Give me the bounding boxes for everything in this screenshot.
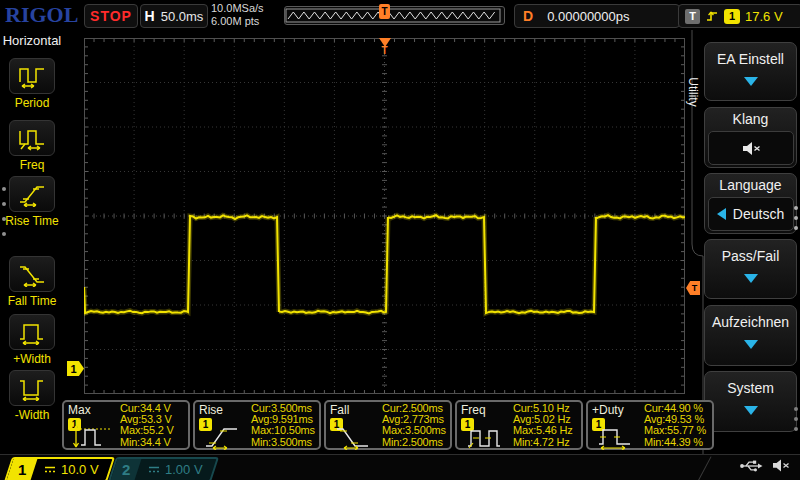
menu-button-klang[interactable]: Klang bbox=[704, 107, 797, 168]
status-icons bbox=[739, 458, 790, 473]
fall-time-icon bbox=[17, 261, 47, 287]
page-dot bbox=[794, 216, 798, 220]
menu-tab-utility: Utility bbox=[684, 52, 702, 132]
sidebar-item-period[interactable]: Period bbox=[0, 58, 64, 110]
fall-time-button[interactable] bbox=[9, 256, 55, 292]
menu-button-label: EA Einstell bbox=[717, 51, 784, 67]
freq-button[interactable] bbox=[9, 120, 55, 156]
sidebar-item-label: Rise Time bbox=[5, 214, 58, 228]
row-label: Min: bbox=[513, 436, 533, 448]
horizontal-label: H bbox=[145, 8, 155, 24]
avg-value: 9.591ms bbox=[272, 413, 313, 425]
row-label: Max: bbox=[644, 424, 667, 436]
measurement-name: Rise bbox=[199, 403, 223, 417]
rise-time-icon bbox=[17, 181, 47, 207]
page-dot bbox=[2, 202, 6, 206]
dc-coupling-icon bbox=[148, 465, 160, 474]
channel1-ground-marker[interactable]: 1 bbox=[67, 361, 84, 376]
period-button[interactable] bbox=[9, 58, 55, 94]
menu-button-label: Klang bbox=[733, 111, 769, 127]
max-value: 55.77 % bbox=[667, 424, 706, 436]
acquisition-info: 10.0MSa/s 6.00M pts bbox=[211, 2, 264, 28]
measurement-box-fall: Fall 1 Cur:2.500ms Avg:2.773ms Max:3.500… bbox=[324, 400, 452, 450]
minus-width-button[interactable] bbox=[9, 370, 55, 406]
sound-toggle-button[interactable] bbox=[708, 131, 794, 165]
min-value: 34.4 V bbox=[140, 436, 171, 448]
max-measurement-icon bbox=[70, 422, 116, 450]
sidebar-item-fall-time[interactable]: Fall Time bbox=[0, 256, 64, 308]
sidebar-item-label: +Width bbox=[13, 352, 51, 366]
row-label: Cur: bbox=[513, 402, 533, 414]
row-label: Cur: bbox=[644, 402, 664, 414]
delay-box: D 0.00000000ps bbox=[514, 4, 680, 28]
measurement-name: +Duty bbox=[592, 403, 624, 417]
sidebar-item-freq[interactable]: Freq bbox=[0, 120, 64, 172]
memory-waveform-preview bbox=[285, 8, 502, 23]
sidebar-item-label: Freq bbox=[20, 158, 45, 172]
menu-button-language[interactable]: Language Deutsch bbox=[704, 173, 797, 234]
measurement-values: Cur:44.90 % Avg:49.53 % Max:55.77 % Min:… bbox=[644, 403, 706, 448]
plus-width-icon bbox=[17, 319, 47, 345]
menu-button-aufzeichnen[interactable]: Aufzeichnen bbox=[704, 305, 797, 366]
measurement-values: Cur:2.500ms Avg:2.773ms Max:3.500ms Min:… bbox=[382, 403, 446, 448]
sidebar-item-rise-time[interactable]: Rise Time bbox=[0, 176, 64, 228]
channel2-chip[interactable]: 2 1.00 V bbox=[108, 457, 219, 480]
memory-depth: 6.00M pts bbox=[211, 15, 264, 28]
trigger-info-box: T 1 17.6 V bbox=[678, 4, 800, 28]
min-value: 2.500ms bbox=[402, 436, 443, 448]
chevron-down-icon bbox=[744, 77, 758, 86]
page-dot bbox=[2, 232, 6, 236]
rise-time-button[interactable] bbox=[9, 176, 55, 212]
measurement-box-max: Max 1 Cur:34.4 V Avg:53.3 V Max:55.2 V M… bbox=[62, 400, 190, 450]
row-label: Avg: bbox=[120, 413, 141, 425]
language-selector[interactable]: Deutsch bbox=[708, 197, 794, 231]
chevron-left-icon bbox=[717, 208, 726, 220]
cur-value: 5.10 Hz bbox=[533, 402, 570, 414]
sidebar-item-minus-width[interactable]: -Width bbox=[0, 370, 64, 422]
sidebar-item-label: Fall Time bbox=[8, 294, 57, 308]
row-label: Avg: bbox=[251, 413, 272, 425]
sidebar-item-plus-width[interactable]: +Width bbox=[0, 314, 64, 366]
row-label: Avg: bbox=[644, 413, 665, 425]
menu-button-pass-fail[interactable]: Pass/Fail bbox=[704, 239, 797, 299]
measurement-name: Freq bbox=[461, 403, 486, 417]
run-state-indicator: STOP bbox=[84, 4, 138, 28]
rigol-logo: RIGOL bbox=[5, 2, 78, 28]
dc-coupling-icon bbox=[44, 465, 56, 474]
menu-button-ea-einstell[interactable]: EA Einstell bbox=[704, 42, 797, 101]
plus-width-button[interactable] bbox=[9, 314, 55, 350]
row-label: Avg: bbox=[382, 413, 403, 425]
measurement-box-rise: Rise 1 Cur:3.500ms Avg:9.591ms Max:10.50… bbox=[193, 400, 321, 450]
row-label: Cur: bbox=[382, 402, 402, 414]
row-label: Min: bbox=[382, 436, 402, 448]
channel2-scale: 1.00 V bbox=[165, 462, 203, 477]
trigger-slope-rising-icon bbox=[705, 9, 719, 23]
row-label: Min: bbox=[120, 436, 140, 448]
sidebar-item-label: Period bbox=[15, 96, 50, 110]
sample-rate: 10.0MSa/s bbox=[211, 2, 264, 15]
row-label: Max: bbox=[513, 424, 536, 436]
channel1-chip[interactable]: 1 10.0 V bbox=[4, 457, 115, 480]
chevron-down-icon bbox=[744, 406, 758, 415]
min-value: 3.500ms bbox=[271, 436, 312, 448]
freq-measurement-icon bbox=[463, 422, 509, 450]
max-value: 5.46 Hz bbox=[536, 424, 573, 436]
left-menu-title: Horizontal bbox=[0, 33, 64, 48]
page-dot bbox=[2, 217, 6, 221]
duty-measurement-icon bbox=[594, 422, 640, 450]
min-value: 4.72 Hz bbox=[533, 436, 570, 448]
cur-value: 3.500ms bbox=[271, 402, 312, 414]
page-dot bbox=[794, 226, 798, 230]
delay-label: D bbox=[523, 8, 533, 24]
measurement-name: Max bbox=[68, 403, 91, 417]
row-label: Cur: bbox=[251, 402, 271, 414]
timebase-value: 50.0ms bbox=[161, 9, 204, 24]
trigger-position-marker[interactable]: T bbox=[378, 38, 391, 56]
page-dot bbox=[794, 417, 798, 421]
row-label: Max: bbox=[382, 424, 405, 436]
measurement-values: Cur:5.10 Hz Avg:5.02 Hz Max:5.46 Hz Min:… bbox=[513, 403, 573, 448]
menu-button-system[interactable]: System bbox=[704, 371, 797, 432]
trigger-source-badge: 1 bbox=[724, 9, 740, 24]
chevron-down-icon bbox=[744, 340, 758, 349]
cur-value: 44.90 % bbox=[664, 402, 703, 414]
